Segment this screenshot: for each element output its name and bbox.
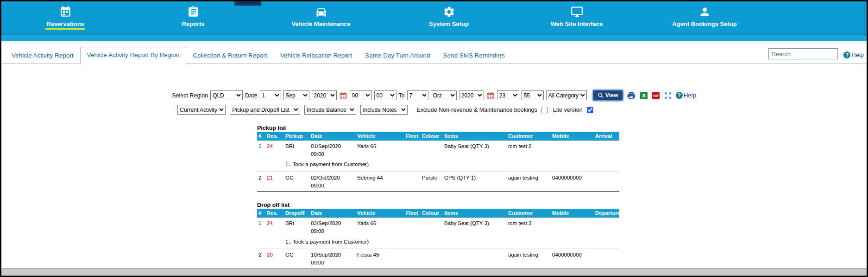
header-cell: Vehicle (356, 132, 404, 141)
tabbar-help-link[interactable]: ? Help (843, 52, 864, 58)
cell-fleet (404, 172, 421, 192)
date-label: Date (245, 92, 257, 99)
region-select[interactable]: QLD (210, 90, 243, 100)
nav-item-system-setup[interactable]: System Setup (385, 6, 513, 34)
nav-item-reports[interactable]: Reports (129, 6, 257, 34)
cell-location: BRI (284, 141, 309, 160)
cell-vehicle: Yaris 66 (356, 141, 404, 160)
exclude-bookings-checkbox[interactable] (541, 107, 548, 113)
svg-text:X: X (642, 92, 646, 98)
monitor-icon (571, 6, 583, 18)
car-icon (315, 6, 327, 18)
header-cell: Mobile (551, 132, 594, 141)
from-calendar-picker-icon[interactable] (340, 92, 347, 99)
tab-same-day-turn-around[interactable]: Same Day Turn Around (359, 48, 436, 64)
to-hour-select[interactable]: 23 (497, 90, 519, 100)
cell-num: 2 (257, 249, 265, 269)
lite-version-checkbox[interactable] (587, 107, 593, 113)
fullscreen-button[interactable] (664, 91, 672, 100)
date-line: 01/Sep/2020 (311, 142, 354, 150)
cell-colour (421, 141, 443, 160)
to-year-select[interactable]: 2020 (459, 90, 484, 100)
note-text: 1.. Took a payment from Customer) (284, 160, 619, 172)
filter-bar-secondary: Current Activity Pickup and Dropoff List… (0, 105, 818, 115)
header-cell: Res. (265, 132, 284, 141)
top-edge-artifact (234, 1, 261, 6)
view-button[interactable]: View (593, 90, 623, 101)
tab-vehicle-activity-report-by-region[interactable]: Vehicle Activity Report By Region (80, 47, 187, 64)
notes-select[interactable]: Include Notes (360, 105, 408, 115)
pickup-row: 2 21 GC 02/Oct/202009:00 Sebring 44 Purp… (257, 172, 619, 192)
reservation-link[interactable]: 20 (265, 249, 284, 269)
filters-help-link[interactable]: ? Help (676, 92, 696, 99)
cell-items (443, 249, 507, 269)
cell-customer: rcm test 2 (507, 141, 551, 160)
to-day-select[interactable]: 7 (407, 90, 428, 100)
main-nav: Reservations Reports Vehicle Maintenance… (1, 1, 867, 34)
reservation-link[interactable]: 24 (265, 218, 284, 237)
from-year-select[interactable]: 2020 (312, 90, 337, 100)
dropoff-row: 1 24 BRI 03/Sep/202009:00 Yaris 66 Baby … (257, 218, 619, 237)
header-cell: Customer (507, 209, 551, 218)
cell-num: 1 (257, 141, 265, 160)
to-calendar-picker-icon[interactable] (487, 92, 494, 99)
cell-customer: again testing (507, 172, 551, 192)
header-cell: Customer (507, 132, 551, 141)
header-cell: Mobile (551, 209, 594, 218)
search-input[interactable] (768, 48, 838, 59)
export-pdf-button[interactable]: PDF (652, 91, 660, 100)
cell-items: Baby Seat (QTY 3) (443, 218, 507, 237)
cell-arrival (594, 172, 619, 192)
header-cell: Dropoff (284, 209, 309, 218)
header-cell: Departure (594, 209, 619, 218)
report-tabbar: Vehicle Activity Report Vehicle Activity… (1, 47, 867, 64)
header-cell: Arrival (594, 132, 619, 141)
nav-label: Agent Bookings Setup (671, 20, 737, 28)
nav-item-agent-bookings-setup[interactable]: Agent Bookings Setup (641, 6, 768, 34)
cell-arrival (594, 141, 619, 160)
balance-select[interactable]: Include Balance (304, 105, 356, 115)
from-day-select[interactable]: 1 (260, 90, 281, 100)
pickup-row: 1 24 BRI 01/Sep/202009:00 Yaris 66 Baby … (257, 141, 619, 160)
person-icon (698, 6, 711, 18)
reservation-link[interactable]: 21 (265, 172, 284, 192)
reservation-link[interactable]: 24 (265, 141, 284, 160)
list-type-select[interactable]: Pickup and Dropoff List (230, 105, 300, 115)
to-label: To (399, 92, 405, 99)
help-label: Help (684, 92, 696, 99)
cell-mobile: 0400000000 (551, 249, 594, 269)
category-select[interactable]: All Category (546, 90, 587, 100)
from-minute-select[interactable]: 00 (374, 90, 396, 100)
tab-send-sms-reminders[interactable]: Send SMS Reminders (436, 48, 511, 64)
header-cell: Fleet (404, 209, 421, 218)
nav-item-web-site-interface[interactable]: Web Site Interface (513, 6, 641, 34)
header-cell: Colour (421, 132, 443, 141)
tab-vehicle-relocation-report[interactable]: Vehicle Relocation Report (274, 48, 359, 64)
from-month-select[interactable]: Sep (283, 90, 309, 100)
to-minute-select[interactable]: 55 (522, 90, 544, 100)
cell-mobile: 0400000000 (551, 172, 594, 192)
from-hour-select[interactable]: 00 (350, 90, 372, 100)
tab-collection-return-report[interactable]: Collection & Return Report (186, 48, 274, 64)
header-cell: Colour (421, 209, 443, 218)
to-month-select[interactable]: Oct (431, 90, 457, 100)
nav-item-reservations[interactable]: Reservations (1, 6, 129, 34)
print-button[interactable] (627, 91, 636, 100)
nav-item-vehicle-maintenance[interactable]: Vehicle Maintenance (257, 6, 385, 34)
cell-date: 01/Sep/202009:00 (309, 141, 356, 160)
cell-date: 03/Sep/202009:00 (309, 218, 356, 237)
cell-vehicle: Fiesta 45 (356, 249, 404, 269)
activity-select[interactable]: Current Activity (177, 105, 226, 115)
magnifier-icon (598, 92, 604, 98)
gear-icon (443, 6, 455, 18)
tab-vehicle-activity-report[interactable]: Vehicle Activity Report (5, 48, 80, 64)
export-excel-button[interactable]: X (640, 91, 648, 100)
select-region-label: Select Region (172, 92, 208, 99)
cell-colour: Purple (421, 172, 443, 192)
cell-vehicle: Yaris 66 (356, 218, 404, 237)
dropoff-list-title: Drop off list (257, 202, 619, 208)
excel-icon: X (640, 91, 648, 100)
cell-departure (594, 218, 619, 237)
time-line: 09:00 (311, 182, 354, 190)
cell-location: GC (284, 249, 309, 269)
